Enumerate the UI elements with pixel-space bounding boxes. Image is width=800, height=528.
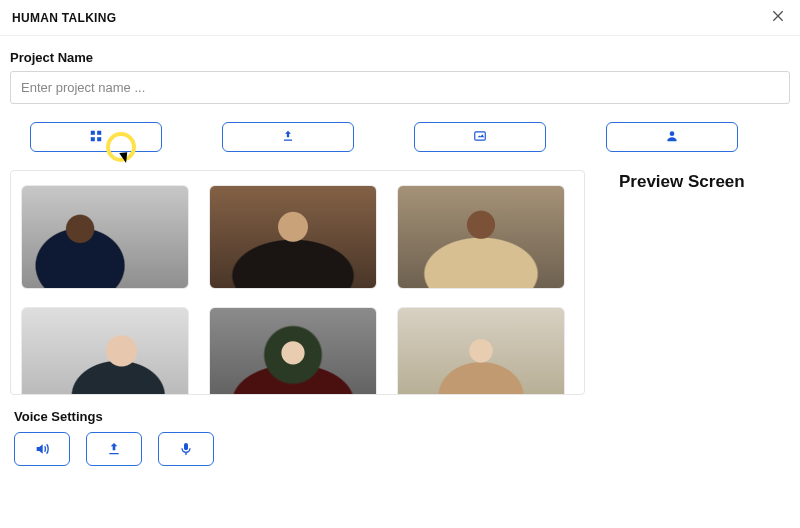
mic-icon: [178, 441, 194, 457]
template-thumb[interactable]: [209, 185, 377, 289]
voice-audio-button[interactable]: [14, 432, 70, 466]
grid-icon: [89, 129, 103, 146]
project-name-label: Project Name: [10, 50, 790, 65]
modal-title: HUMAN TALKING: [12, 11, 116, 25]
voice-record-button[interactable]: [158, 432, 214, 466]
voice-settings-label: Voice Settings: [14, 409, 786, 424]
person-icon: [665, 129, 679, 146]
media-icon: [473, 129, 487, 146]
project-name-input[interactable]: [10, 71, 790, 104]
template-thumb[interactable]: [397, 307, 565, 395]
template-thumb[interactable]: [397, 185, 565, 289]
voice-upload-button[interactable]: [86, 432, 142, 466]
upload-icon: [106, 441, 122, 457]
speaker-icon: [34, 441, 50, 457]
tab-avatar[interactable]: [606, 122, 738, 152]
close-icon: [770, 8, 786, 24]
close-button[interactable]: [770, 8, 786, 27]
tab-templates[interactable]: [30, 122, 162, 152]
template-gallery[interactable]: [10, 170, 585, 395]
upload-icon: [281, 129, 295, 146]
template-thumb[interactable]: [209, 307, 377, 395]
template-thumb[interactable]: [21, 307, 189, 395]
template-thumb[interactable]: [21, 185, 189, 289]
preview-screen-title: Preview Screen: [619, 172, 790, 192]
tab-upload[interactable]: [222, 122, 354, 152]
tab-media[interactable]: [414, 122, 546, 152]
